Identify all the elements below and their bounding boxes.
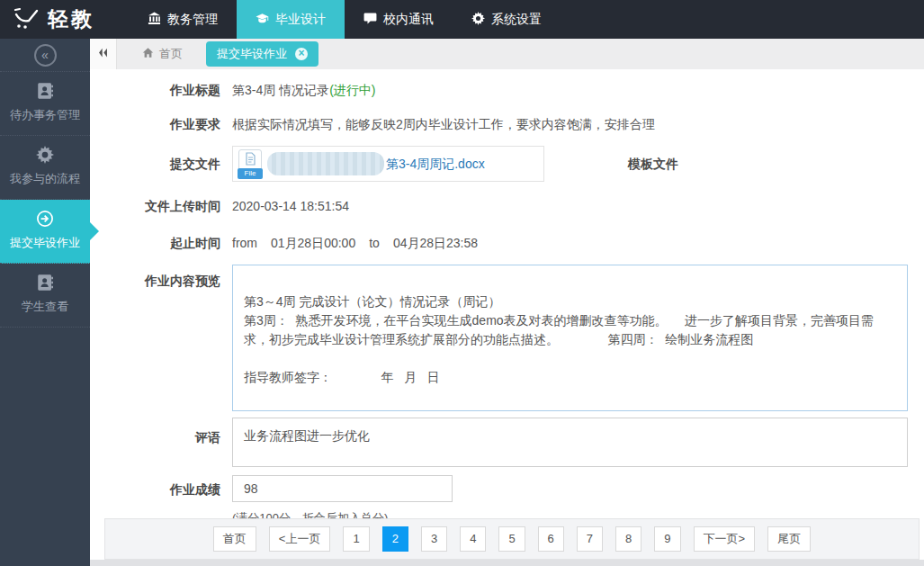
- duration-from-value: 01月28日00:00: [271, 236, 355, 250]
- contact-card-icon: [0, 82, 90, 101]
- double-chevron-left-icon: [97, 46, 109, 62]
- field-label: 作业标题: [90, 81, 220, 99]
- file-box: File 第3-4周周记.docx: [232, 146, 544, 182]
- sidebar-item-todo-management[interactable]: 待办事务管理: [0, 72, 90, 136]
- sidebar-item-my-processes[interactable]: 我参与的流程: [0, 136, 90, 200]
- pagination-page-2-active[interactable]: 2: [382, 526, 408, 552]
- file-link[interactable]: 第3-4周周记.docx: [386, 155, 485, 173]
- redacted-file-path: [267, 152, 384, 175]
- top-navbar: 轻教 教务管理 毕业设计 校内通讯: [0, 0, 924, 39]
- arrow-right-circle-icon: [0, 210, 90, 229]
- sidebar-item-label: 提交毕设作业: [10, 236, 80, 249]
- title-text: 第3-4周 情况记录: [232, 83, 329, 97]
- row-upload-time: 文件上传时间 2020-03-14 18:51:54: [90, 197, 924, 215]
- score-cell: 98 (满分100分，折合后加入总分): [232, 475, 453, 518]
- main-area: 首页 提交毕设作业 × 作业标题 第3-4周 情况记录(进行中) 作业要求 根据…: [90, 39, 924, 566]
- row-submitted-file: 提交文件 File 第3-4周周记.docx 模板文件: [90, 146, 924, 182]
- pagination-bar: 首页 <上一页 1 2 3 4 5 6 7 8 9 下一页> 尾页: [104, 518, 920, 560]
- pagination-page-7[interactable]: 7: [577, 526, 603, 552]
- pagination-page-5[interactable]: 5: [498, 526, 525, 552]
- tab-submit-homework[interactable]: 提交毕设作业 ×: [206, 41, 318, 67]
- pagination-next-button[interactable]: 下一页>: [694, 526, 756, 552]
- upload-time-value: 2020-03-14 18:51:54: [232, 197, 349, 215]
- row-duration: 起止时间 from01月28日00:00to04月28日23:58: [90, 234, 924, 252]
- graduation-cap-icon: [256, 12, 269, 28]
- pagination-first-button[interactable]: 首页: [213, 526, 256, 552]
- gear-icon: [471, 12, 485, 28]
- pagination-page-3[interactable]: 3: [421, 526, 447, 552]
- sidebar: « 待办事务管理 我参与的流程 提交毕设作业: [0, 39, 90, 566]
- submitted-file-cell: File 第3-4周周记.docx 模板文件: [232, 146, 678, 182]
- pagination-last-button[interactable]: 尾页: [767, 526, 811, 552]
- field-label: 提交文件: [90, 146, 220, 182]
- pagination-page-4[interactable]: 4: [460, 526, 486, 552]
- comment-textarea[interactable]: 业务流程图进一步优化: [232, 418, 908, 467]
- app-logo[interactable]: 轻教: [0, 0, 109, 39]
- file-icon: File: [238, 149, 262, 179]
- tab-bar: 首页 提交毕设作业 ×: [90, 39, 924, 69]
- nav-item-graduation-design[interactable]: 毕业设计: [237, 0, 345, 39]
- duration-from-word: from: [232, 236, 257, 250]
- homework-title-value: 第3-4周 情况记录(进行中): [232, 81, 375, 99]
- sidebar-item-label: 待办事务管理: [10, 108, 80, 121]
- form-content: 作业标题 第3-4周 情况记录(进行中) 作业要求 根据实际情况填写，能够反映2…: [90, 69, 924, 518]
- template-file-label: 模板文件: [628, 146, 678, 182]
- app-window: 轻教 教务管理 毕业设计 校内通讯: [0, 0, 924, 566]
- speech-bubble-icon: [363, 12, 377, 28]
- row-content-preview: 作业内容预览 第3～4周 完成设计（论文）情况记录（周记） 第3周： 熟悉开发环…: [90, 265, 924, 411]
- file-badge: File: [238, 168, 263, 179]
- homework-requirement-value: 根据实际情况填写，能够反映2周内毕业设计工作，要求内容饱满，安排合理: [232, 115, 655, 133]
- pagination-page-1[interactable]: 1: [343, 526, 369, 552]
- nav-item-label: 校内通讯: [383, 12, 434, 28]
- logo-text: 轻教: [48, 5, 94, 33]
- logo-icon: [13, 6, 40, 33]
- duration-to-value: 04月28日23:58: [393, 236, 478, 250]
- tab-home-label: 首页: [159, 46, 183, 62]
- bank-icon: [148, 12, 161, 28]
- field-label: 文件上传时间: [90, 197, 220, 215]
- bottom-strip: [90, 560, 924, 566]
- row-homework-requirement: 作业要求 根据实际情况填写，能够反映2周内毕业设计工作，要求内容饱满，安排合理: [90, 115, 924, 133]
- field-label: 起止时间: [90, 234, 220, 252]
- pagination-page-9[interactable]: 9: [654, 526, 680, 552]
- field-label: 作业内容预览: [90, 265, 220, 290]
- sidebar-item-label: 我参与的流程: [10, 172, 80, 185]
- content-preview-textarea[interactable]: 第3～4周 完成设计（论文）情况记录（周记） 第3周： 熟悉开发环境，在平台实现…: [232, 265, 908, 411]
- nav-item-system-settings[interactable]: 系统设置: [453, 0, 561, 39]
- row-comment: 评语 业务流程图进一步优化: [90, 418, 924, 467]
- field-label: 评语: [90, 418, 220, 446]
- pagination-page-8[interactable]: 8: [615, 526, 641, 552]
- nav-item-label: 系统设置: [491, 12, 542, 28]
- duration-value: from01月28日00:00to04月28日23:58: [232, 234, 491, 252]
- score-note: (满分100分，折合后加入总分): [232, 509, 453, 518]
- pagination-page-6[interactable]: 6: [538, 526, 564, 552]
- contact-card-icon: [0, 274, 90, 292]
- tab-home[interactable]: 首页: [128, 39, 197, 69]
- close-icon[interactable]: ×: [295, 48, 308, 60]
- row-homework-title: 作业标题 第3-4周 情况记录(进行中): [90, 81, 924, 99]
- sidebar-item-submit-homework[interactable]: 提交毕设作业: [0, 200, 90, 264]
- duration-to-word: to: [369, 236, 380, 250]
- field-label: 作业要求: [90, 115, 220, 133]
- nav-item-label: 教务管理: [167, 12, 218, 28]
- nav-item-campus-messages[interactable]: 校内通讯: [345, 0, 453, 39]
- home-icon: [142, 47, 154, 61]
- nav-item-label: 毕业设计: [275, 12, 326, 28]
- field-label: 作业成绩: [90, 475, 220, 499]
- tabs-collapse-button[interactable]: [90, 39, 117, 69]
- row-score: 作业成绩 98 (满分100分，折合后加入总分): [90, 475, 924, 518]
- tab-label: 提交毕设作业: [217, 46, 287, 62]
- score-input[interactable]: 98: [232, 475, 453, 502]
- status-badge: (进行中): [329, 83, 375, 97]
- nav-menu: 教务管理 毕业设计 校内通讯 系统设置: [129, 0, 561, 39]
- gear-icon: [0, 146, 90, 165]
- sidebar-collapse-button[interactable]: «: [34, 44, 57, 67]
- sidebar-item-label: 学生查看: [22, 300, 68, 313]
- pagination-prev-button[interactable]: <上一页: [269, 526, 331, 552]
- sidebar-collapse-row: «: [0, 39, 90, 72]
- nav-item-academic[interactable]: 教务管理: [129, 0, 237, 39]
- sidebar-item-student-view[interactable]: 学生查看: [0, 264, 90, 328]
